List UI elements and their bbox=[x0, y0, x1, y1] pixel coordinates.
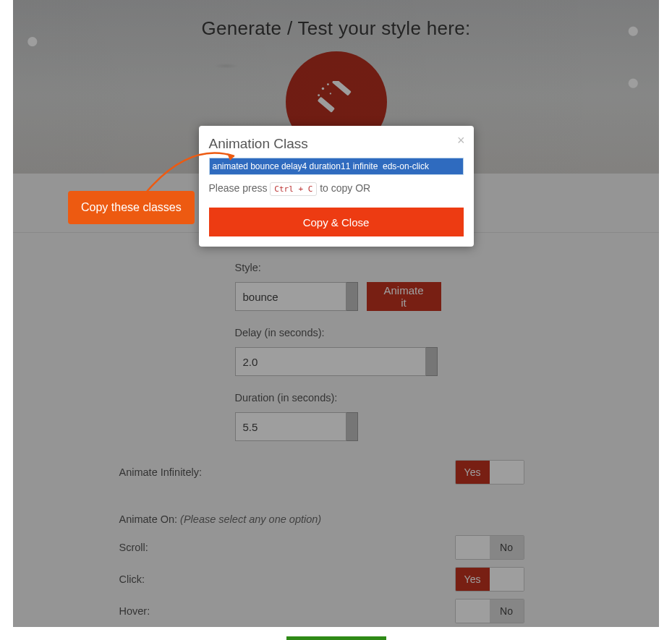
copy-hint: Please press Ctrl + C to copy OR bbox=[209, 182, 464, 196]
close-icon[interactable]: × bbox=[457, 133, 465, 148]
class-string-input[interactable] bbox=[209, 158, 464, 175]
animation-class-modal: × Animation Class Please press Ctrl + C … bbox=[199, 126, 474, 247]
copy-and-close-button[interactable]: Copy & Close bbox=[209, 208, 464, 236]
modal-overlay[interactable] bbox=[13, 0, 659, 627]
annotation-callout: Copy these classes bbox=[68, 191, 195, 224]
kbd-shortcut: Ctrl + C bbox=[270, 182, 317, 196]
modal-title: Animation Class bbox=[209, 136, 464, 152]
generate-button[interactable]: Generate bbox=[286, 636, 386, 640]
